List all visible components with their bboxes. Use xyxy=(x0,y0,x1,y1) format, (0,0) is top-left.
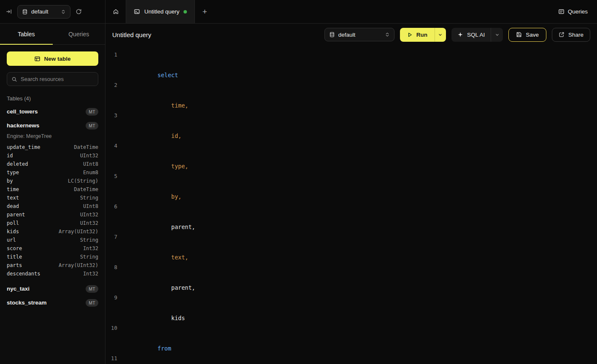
sidebar-table-hackernews[interactable]: hackernews MT xyxy=(0,119,105,132)
code-token xyxy=(157,132,171,139)
line-number: 1 xyxy=(105,50,123,80)
code-token: parent, xyxy=(171,224,195,230)
column-row[interactable]: by LC(String) xyxy=(7,177,98,185)
table-grid-icon xyxy=(34,56,41,62)
run-options-button[interactable] xyxy=(435,28,446,42)
code-text: hackernews xyxy=(123,353,205,364)
line-number: 6 xyxy=(105,202,123,232)
column-name: score xyxy=(7,245,22,251)
sidebar-table-stocks-stream[interactable]: stocks_stream MT xyxy=(0,296,105,310)
column-type: Int32 xyxy=(83,271,98,277)
topbar-left: default xyxy=(0,0,105,23)
column-name: parent xyxy=(7,212,25,218)
column-row[interactable]: dead UInt8 xyxy=(7,202,98,210)
share-button[interactable]: Share xyxy=(552,28,590,42)
code-text: parent, xyxy=(123,202,195,232)
refresh-button[interactable] xyxy=(76,8,82,15)
sparkle-icon xyxy=(457,32,463,38)
column-row[interactable]: update_time DateTime xyxy=(7,143,98,151)
sql-editor[interactable]: 1 select 2 time, 3 i xyxy=(105,46,597,364)
sidebar-search[interactable] xyxy=(7,72,98,86)
sidebar-tab-tables[interactable]: Tables xyxy=(0,24,53,44)
code-line: 2 time, xyxy=(105,80,597,111)
engine-badge: MT xyxy=(86,285,98,293)
column-row[interactable]: score Int32 xyxy=(7,244,98,253)
line-number: 2 xyxy=(105,80,123,111)
unfold-icon xyxy=(61,9,66,14)
code-text: type, xyxy=(123,141,188,171)
sql-ai-button-group: SQL AI xyxy=(451,28,503,42)
code-token xyxy=(157,163,171,170)
search-resources-input[interactable] xyxy=(21,76,94,82)
home-tab[interactable] xyxy=(105,0,126,23)
code-line: 6 parent, xyxy=(105,202,597,232)
code-token xyxy=(157,102,171,109)
column-row[interactable]: parts Array(UInt32) xyxy=(7,261,98,270)
column-row[interactable]: id UInt32 xyxy=(7,151,98,160)
column-row[interactable]: time DateTime xyxy=(7,185,98,194)
code-line: 1 select xyxy=(105,50,597,80)
column-type: Enum8 xyxy=(83,170,98,175)
column-name: deleted xyxy=(7,161,28,167)
sql-ai-label: SQL AI xyxy=(467,32,485,38)
refresh-icon xyxy=(76,8,82,15)
new-tab-button[interactable]: + xyxy=(195,0,214,23)
sidebar-tab-queries[interactable]: Queries xyxy=(53,24,105,44)
sidebar-table-cell-towers[interactable]: cell_towers MT xyxy=(0,105,105,119)
topbar-tabs: Untitled query + xyxy=(105,0,214,23)
column-row[interactable]: type Enum8 xyxy=(7,168,98,177)
column-type: LC(String) xyxy=(68,178,98,184)
code-text: by, xyxy=(123,171,181,202)
new-table-button[interactable]: New table xyxy=(7,51,98,66)
query-database-selector[interactable]: default xyxy=(324,28,394,41)
column-row[interactable]: url String xyxy=(7,236,98,244)
column-row[interactable]: descendants Int32 xyxy=(7,270,98,278)
code-token: parent, xyxy=(171,284,195,291)
column-type: UInt32 xyxy=(80,153,98,159)
query-header: Untitled query default Run xyxy=(105,24,597,46)
code-line: 3 id, xyxy=(105,111,597,141)
sidebar-tabs: Tables Queries xyxy=(0,24,105,45)
column-name: update_time xyxy=(7,144,40,150)
engine-badge: MT xyxy=(86,299,98,307)
column-row[interactable]: kids Array(UInt32) xyxy=(7,227,98,236)
code-token: by, xyxy=(171,193,181,200)
save-label: Save xyxy=(526,32,539,38)
column-row[interactable]: poll UInt32 xyxy=(7,219,98,227)
database-icon xyxy=(22,9,28,15)
sql-ai-button[interactable]: SQL AI xyxy=(451,28,491,42)
code-token xyxy=(157,193,171,200)
code-line: 11 hackernews xyxy=(105,353,597,364)
collapse-sidebar-icon xyxy=(6,8,12,15)
queries-icon xyxy=(558,8,565,15)
code-line: 9 kids xyxy=(105,293,597,323)
sql-ai-options-button[interactable] xyxy=(491,28,503,42)
share-icon xyxy=(559,32,565,38)
column-row[interactable]: parent UInt32 xyxy=(7,210,98,219)
queries-button[interactable]: Queries xyxy=(558,8,588,15)
code-text: id, xyxy=(123,111,181,141)
column-name: url xyxy=(7,237,16,243)
hackernews-columns: update_time DateTime id UInt32 deleted U… xyxy=(0,143,105,282)
topbar-database-selector[interactable]: default xyxy=(17,5,70,19)
chevron-down-icon xyxy=(495,32,500,37)
code-text: time, xyxy=(123,80,188,111)
code-token xyxy=(157,224,171,230)
column-row[interactable]: deleted UInt8 xyxy=(7,160,98,168)
column-type: String xyxy=(80,254,98,260)
code-text: select xyxy=(123,50,178,80)
column-name: type xyxy=(7,170,19,175)
column-type: DateTime xyxy=(74,186,98,192)
code-token xyxy=(157,254,171,261)
save-button[interactable]: Save xyxy=(508,28,546,42)
plus-icon: + xyxy=(203,7,207,16)
collapse-sidebar-button[interactable] xyxy=(6,8,12,15)
line-number: 5 xyxy=(105,171,123,202)
column-name: title xyxy=(7,254,22,260)
run-button[interactable]: Run xyxy=(400,28,435,42)
column-row[interactable]: text String xyxy=(7,194,98,202)
query-title: Untitled query xyxy=(112,31,151,38)
sidebar-table-nyc-taxi[interactable]: nyc_taxi MT xyxy=(0,282,105,296)
column-row[interactable]: title String xyxy=(7,253,98,261)
tab-untitled-query[interactable]: Untitled query xyxy=(126,0,195,23)
